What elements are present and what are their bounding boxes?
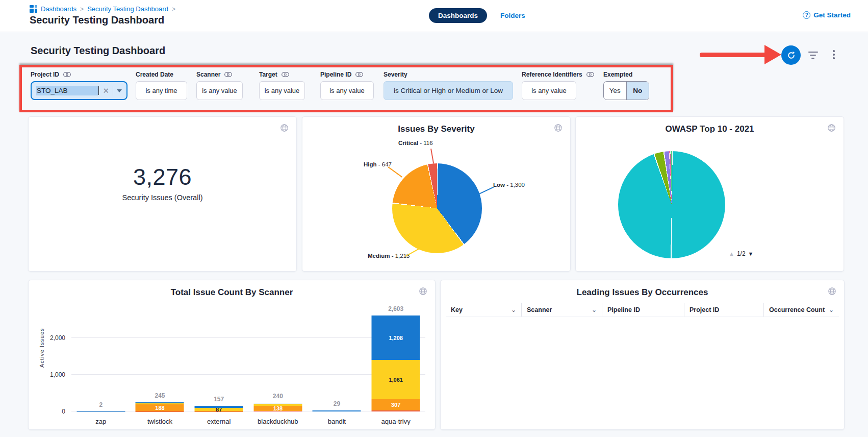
table-header-row: Key⌄Scanner⌄Pipeline IDProject IDOccurre… <box>446 303 839 317</box>
bar-twistlock[interactable]: 188245 <box>136 402 184 411</box>
page-down-icon[interactable]: ▼ <box>748 251 754 257</box>
refresh-button[interactable] <box>781 45 801 65</box>
bar-bandit[interactable]: 29 <box>313 410 361 411</box>
bar-segment-critical[interactable] <box>253 411 302 411</box>
filter-project-id: Project ID STO_LAB ✕ <box>31 71 127 100</box>
page-title: Security Testing Dashboard <box>30 14 164 26</box>
breadcrumb: Dashboards > Security Testing Dashboard … <box>30 5 175 13</box>
link-icon <box>224 72 232 77</box>
bar-segment-high[interactable] <box>253 406 302 411</box>
callout-line-high <box>388 166 402 178</box>
callout-line-critical <box>430 149 434 164</box>
callout-high: High - 647 <box>364 161 392 167</box>
exempted-yes-option[interactable]: Yes <box>604 82 626 100</box>
bar-external[interactable]: 87157 <box>195 406 243 411</box>
table-body-empty <box>441 317 844 429</box>
bar-category-label: zap <box>71 418 131 425</box>
bar-aqua-trivy[interactable]: 3071,0611,2082,603 <box>372 315 420 411</box>
filter-exempted: Exempted Yes No <box>603 71 649 100</box>
globe-icon[interactable] <box>280 124 289 132</box>
column-header-scanner[interactable]: Scanner⌄ <box>521 303 602 317</box>
card-leading-issues-by-occurrences: Leading Issues By Occurrences Key⌄Scanne… <box>440 280 845 430</box>
more-options-button[interactable] <box>832 50 836 61</box>
bar-segment-high[interactable] <box>136 404 184 411</box>
bar-segment-low[interactable] <box>136 402 184 403</box>
top-tabs: Dashboards Folders <box>429 8 525 23</box>
bar-segment-medium[interactable] <box>136 403 184 404</box>
column-header-occurrence-count[interactable]: Occurrence Count⌄ <box>763 303 839 317</box>
filter-target: Target is any value <box>259 71 305 100</box>
scanner-filter-button[interactable]: is any value <box>196 81 243 100</box>
globe-icon[interactable] <box>827 124 836 132</box>
bar-total-label: 245 <box>136 392 184 399</box>
bar-segment-critical[interactable] <box>372 410 420 411</box>
bar-slot-bandit: 29bandit <box>308 307 367 411</box>
bar-segment-low[interactable] <box>313 410 361 411</box>
help-icon: ? <box>803 11 810 19</box>
exempted-no-option[interactable]: No <box>626 82 649 100</box>
project-id-value[interactable]: STO_LAB <box>36 86 98 95</box>
annotation-arrow-head <box>764 45 781 64</box>
bar-segment-low[interactable] <box>253 403 302 404</box>
filter-project-id-label: Project ID <box>31 71 59 78</box>
y-tick-label: 0 <box>35 408 65 415</box>
globe-icon[interactable] <box>554 124 563 132</box>
callout-medium: Medium - 1,213 <box>368 253 410 259</box>
filter-severity-label: Severity <box>384 71 407 78</box>
column-header-pipeline-id: Pipeline ID <box>602 303 684 317</box>
project-id-input[interactable]: STO_LAB ✕ <box>31 81 127 100</box>
dashboard-heading: Security Testing Dashboard <box>31 45 165 57</box>
clear-icon[interactable]: ✕ <box>103 87 109 94</box>
filter-scanner-label: Scanner <box>196 71 220 78</box>
bar-chart-title: Total Issue Count By Scanner <box>29 287 435 298</box>
breadcrumb-security-testing-dashboard[interactable]: Security Testing Dashboard <box>87 5 168 13</box>
column-header-project-id: Project ID <box>684 303 763 317</box>
tab-dashboards[interactable]: Dashboards <box>429 8 487 23</box>
chevron-down-icon[interactable] <box>117 89 122 92</box>
bar-segment-medium[interactable] <box>195 408 243 411</box>
created-date-filter-button[interactable]: is any time <box>136 81 187 100</box>
pipeline-id-filter-button[interactable]: is any value <box>320 81 374 100</box>
bar-segment-low[interactable] <box>372 315 420 360</box>
exempted-toggle: Yes No <box>603 81 649 100</box>
link-icon <box>355 72 363 77</box>
bar-total-label: 2,603 <box>372 305 420 312</box>
bar-segment-medium[interactable] <box>253 404 302 406</box>
y-tick-label: 2,000 <box>35 334 65 342</box>
target-filter-button[interactable]: is any value <box>259 81 305 100</box>
dashboard-filter-button[interactable] <box>808 52 819 61</box>
breadcrumb-separator: > <box>172 6 175 13</box>
breadcrumb-dashboards[interactable]: Dashboards <box>41 5 76 13</box>
bar-total-label: 29 <box>313 400 361 407</box>
globe-icon[interactable] <box>828 287 836 296</box>
tab-folders[interactable]: Folders <box>500 12 525 19</box>
bar-zap[interactable]: 2 <box>76 411 125 411</box>
severity-chart-title: Issues By Severity <box>302 124 570 134</box>
bar-slot-blackduckhub: 138240blackduckhub <box>248 307 308 411</box>
globe-icon[interactable] <box>419 287 427 296</box>
bar-chart-plot: 01,0002,0002zap188245twistlock87157exter… <box>71 307 425 411</box>
reference-identifiers-filter-button[interactable]: is any value <box>522 81 576 100</box>
owasp-pie-chart[interactable] <box>618 151 725 258</box>
bar-category-label: twistlock <box>131 418 190 425</box>
filter-scanner: Scanner is any value <box>196 71 243 100</box>
page-indicator: 1/2 <box>737 250 746 257</box>
get-started-link[interactable]: ? Get Started <box>803 11 851 19</box>
bar-blackduckhub[interactable]: 138240 <box>253 403 302 411</box>
card-security-issues-overall: 3,276 Security Issues (Overall) <box>28 116 297 272</box>
bar-segment-medium[interactable] <box>372 360 420 399</box>
severity-pie-chart[interactable] <box>392 163 482 253</box>
y-tick-label: 1,000 <box>35 371 65 378</box>
bar-slot-aqua-trivy: 3071,0611,2082,603aqua-trivy <box>366 307 425 411</box>
bar-segment-high[interactable] <box>372 399 420 410</box>
filter-pipeline-id: Pipeline ID is any value <box>320 71 374 100</box>
filter-reference-identifiers: Reference Identifiers is any value <box>522 71 594 100</box>
bar-segment-low[interactable] <box>195 406 243 408</box>
page-up-icon[interactable]: ▲ <box>729 251 734 257</box>
table-title: Leading Issues By Occurrences <box>441 287 844 298</box>
sort-chevron-icon: ⌄ <box>511 306 516 313</box>
severity-filter-button[interactable]: is Critical or High or Medium or Low <box>384 81 513 100</box>
filter-created-date-label: Created Date <box>136 71 173 78</box>
link-icon <box>282 72 289 77</box>
column-header-key[interactable]: Key⌄ <box>446 303 521 317</box>
